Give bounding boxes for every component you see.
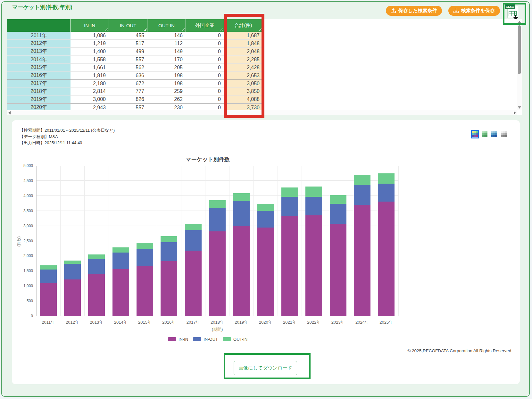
scroll-left-arrow[interactable] bbox=[8, 111, 11, 114]
value-cell: 499 bbox=[109, 48, 147, 56]
chart-plot-area: 05001,0001,5002,0002,5003,0003,5004,0004… bbox=[36, 166, 398, 316]
save-search-conditions-button[interactable]: 検索条件を保存 bbox=[448, 6, 500, 16]
gridline bbox=[133, 166, 133, 316]
column-resize-grip[interactable] bbox=[220, 28, 223, 31]
table-row-2018年[interactable]: 2018年2,81477725903,850 bbox=[7, 87, 522, 96]
value-cell: 1,558 bbox=[71, 56, 109, 64]
scroll-down-arrow[interactable] bbox=[518, 106, 521, 109]
bar-2013年-OUT-IN[interactable] bbox=[88, 254, 105, 259]
bar-2021年-OUT-IN[interactable] bbox=[281, 187, 298, 197]
bar-2021年-IN-OUT[interactable] bbox=[281, 197, 298, 216]
scroll-right-arrow[interactable] bbox=[514, 111, 516, 114]
column-resize-grip[interactable] bbox=[105, 28, 108, 31]
download-as-image-button[interactable]: 画像にしてダウンロード bbox=[234, 361, 297, 375]
total-cell: 2,428 bbox=[224, 64, 263, 72]
saved-search-conditions-button[interactable]: 保存した検索条件 bbox=[386, 6, 442, 16]
bar-2020年-OUT-IN[interactable] bbox=[257, 204, 274, 211]
bar-2021年-IN-IN[interactable] bbox=[281, 216, 298, 316]
x-tick-label: 2021年 bbox=[278, 320, 302, 325]
bar-2018年-IN-OUT[interactable] bbox=[209, 208, 226, 231]
vertical-scrollbar[interactable] bbox=[517, 19, 522, 110]
table-row-2016年[interactable]: 2016年1,81963619802,653 bbox=[7, 72, 522, 80]
bar-2020年-IN-IN[interactable] bbox=[257, 228, 274, 316]
bar-2015年-OUT-IN[interactable] bbox=[137, 243, 153, 249]
x-tick-label: 2017年 bbox=[181, 320, 205, 325]
bar-2017年-IN-IN[interactable] bbox=[185, 251, 202, 316]
column-resize-grip[interactable] bbox=[259, 28, 262, 31]
bar-2023年-OUT-IN[interactable] bbox=[330, 195, 346, 204]
legend-item-OUT-IN[interactable]: OUT-IN bbox=[223, 337, 247, 342]
bar-2012年-IN-IN[interactable] bbox=[64, 279, 81, 316]
legend-item-IN-OUT[interactable]: IN-OUT bbox=[193, 337, 218, 342]
table-row-2014年[interactable]: 2014年1,55855717002,285 bbox=[7, 56, 522, 64]
bar-2013年-IN-OUT[interactable] bbox=[88, 259, 105, 274]
table-row-2020年[interactable]: 2020年2,94355723003,730 bbox=[7, 104, 522, 110]
bar-2017年-OUT-IN[interactable] bbox=[185, 224, 202, 230]
bar-2024年-OUT-IN[interactable] bbox=[354, 175, 370, 185]
year-cell: 2012年 bbox=[7, 40, 71, 48]
bar-2012年-IN-OUT[interactable] bbox=[64, 264, 81, 279]
bar-2014年-OUT-IN[interactable] bbox=[112, 247, 129, 253]
bar-2023年-IN-IN[interactable] bbox=[330, 224, 346, 316]
scroll-up-arrow[interactable] bbox=[518, 21, 521, 23]
bar-2016年-IN-IN[interactable] bbox=[161, 261, 177, 316]
column-resize-grip[interactable] bbox=[144, 28, 146, 31]
bar-2022年-IN-IN[interactable] bbox=[305, 215, 322, 316]
bar-2023年-IN-OUT[interactable] bbox=[330, 204, 346, 224]
bar-2011年-OUT-IN[interactable] bbox=[40, 265, 57, 270]
bar-2022年-IN-OUT[interactable] bbox=[305, 197, 322, 215]
column-header-OUT-IN[interactable]: OUT-IN bbox=[147, 19, 186, 32]
bar-2020年-IN-OUT[interactable] bbox=[257, 211, 274, 228]
bar-2018年-OUT-IN[interactable] bbox=[209, 200, 226, 208]
table-row-2011年[interactable]: 2011年1,08645514601,687 bbox=[7, 32, 522, 40]
bar-2025年-IN-OUT[interactable] bbox=[378, 184, 395, 202]
bar-2011年-IN-IN[interactable] bbox=[40, 283, 57, 316]
bar-2015年-IN-IN[interactable] bbox=[137, 266, 153, 316]
bar-2014年-IN-IN[interactable] bbox=[112, 269, 129, 316]
export-xlsx-button[interactable]: XLSX bbox=[505, 4, 520, 19]
table-row-2012年[interactable]: 2012年1,21951711201,848 bbox=[7, 40, 522, 48]
bar-2019年-IN-IN[interactable] bbox=[233, 226, 250, 316]
horizontal-scrollbar[interactable] bbox=[7, 110, 517, 115]
column-header-IN-OUT[interactable]: IN-OUT bbox=[109, 19, 147, 32]
value-cell: 672 bbox=[109, 79, 147, 87]
bar-2013年-IN-IN[interactable] bbox=[88, 274, 105, 316]
value-cell: 0 bbox=[186, 40, 224, 48]
bar-2018年-IN-IN[interactable] bbox=[209, 231, 226, 316]
value-cell: 205 bbox=[147, 64, 186, 72]
x-tick-label: 2025年 bbox=[374, 320, 398, 325]
legend-item-IN-IN[interactable]: IN-IN bbox=[168, 337, 188, 342]
bar-2014年-IN-OUT[interactable] bbox=[112, 253, 129, 269]
table-row-2013年[interactable]: 2013年1,40049914902,048 bbox=[7, 48, 522, 56]
bar-2025年-OUT-IN[interactable] bbox=[378, 173, 395, 184]
bar-2015年-IN-OUT[interactable] bbox=[137, 249, 153, 266]
bar-2022年-OUT-IN[interactable] bbox=[305, 187, 322, 197]
bar-2012年-OUT-IN[interactable] bbox=[64, 261, 81, 264]
column-header-合計(件)[interactable]: 合計(件) bbox=[224, 19, 263, 32]
value-cell: 2,814 bbox=[71, 87, 109, 96]
legend-swatch bbox=[223, 337, 231, 341]
bar-2019年-OUT-IN[interactable] bbox=[233, 193, 250, 201]
bar-2024年-IN-IN[interactable] bbox=[354, 205, 370, 316]
x-tick-label: 2018年 bbox=[205, 320, 229, 325]
column-header-外国企業[interactable]: 外国企業 bbox=[186, 19, 224, 32]
bar-2011年-IN-OUT[interactable] bbox=[40, 270, 57, 283]
value-cell: 557 bbox=[109, 104, 147, 110]
value-cell: 0 bbox=[186, 87, 224, 96]
bar-2016年-IN-OUT[interactable] bbox=[161, 242, 177, 261]
column-resize-grip[interactable] bbox=[182, 28, 185, 31]
table-row-2019年[interactable]: 2019年3,00082626204,088 bbox=[7, 96, 522, 104]
value-cell: 149 bbox=[147, 48, 186, 56]
bar-2017年-IN-OUT[interactable] bbox=[185, 230, 202, 251]
column-header-IN-IN[interactable]: IN-IN bbox=[71, 19, 109, 32]
vertical-scroll-thumb[interactable] bbox=[518, 25, 521, 74]
bar-2016年-OUT-IN[interactable] bbox=[161, 236, 177, 242]
y-tick-label: 1,500 bbox=[14, 269, 33, 273]
bar-2025年-IN-IN[interactable] bbox=[378, 202, 395, 316]
upload-icon bbox=[391, 8, 396, 13]
bar-2019年-IN-OUT[interactable] bbox=[233, 201, 250, 226]
value-cell: 230 bbox=[147, 104, 186, 110]
bar-2024年-IN-OUT[interactable] bbox=[354, 185, 370, 205]
table-row-2015年[interactable]: 2015年1,66156220502,428 bbox=[7, 64, 522, 72]
table-row-2017年[interactable]: 2017年2,18067219803,050 bbox=[7, 79, 522, 87]
